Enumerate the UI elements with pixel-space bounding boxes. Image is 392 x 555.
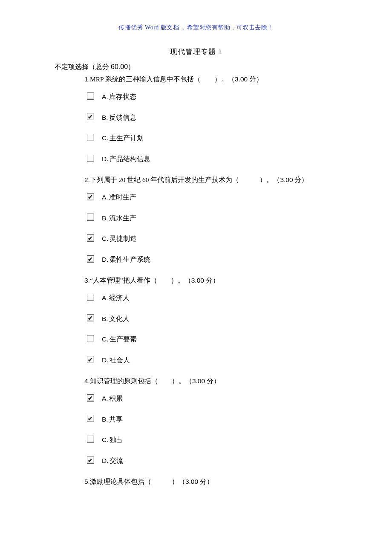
option-checkbox[interactable] [87,394,94,402]
section-title: 不定项选择（总分 60.00） [55,63,392,72]
option-checkbox[interactable] [87,234,94,242]
option-checkbox[interactable] [87,214,94,221]
question-text: 4.知识管理的原则包括（ ）。（3.00 分） [84,376,349,387]
option-checkbox[interactable] [87,113,94,120]
option-letter: C. [102,334,109,345]
question-number: 5. [84,478,90,485]
section-suffix: ） [128,63,135,70]
question-text: 3.“人本管理”把人看作（ ）。（3.00 分） [84,275,349,286]
option-checkbox[interactable] [87,356,94,363]
option-row: B. 反馈信息 [87,112,349,122]
question-block: 3.“人本管理”把人看作（ ）。（3.00 分）A. 经济人B. 文化人C. 生… [84,275,349,365]
question-block: 5.激励理论具体包括（ ）（3.00 分） [84,477,349,487]
option-letter: B. [102,113,108,123]
section-prefix: 不定项选择（总分 [55,63,111,70]
section-score: 60.00 [111,63,128,70]
option-letter: C. [102,133,109,144]
option-text: 产品结构信息 [110,154,150,165]
document-page: 传播优秀 Word 版文档 ，希望对您有帮助，可双击去除！ 现代管理专题 1 不… [0,0,392,515]
option-row: C. 主生产计划 [87,132,349,143]
question-block: 2.下列属于 20 世纪 60 年代前后开发的生产技术为（ ）。（3.00 分）… [84,175,349,264]
option-letter: A. [102,192,108,203]
option-letter: A. [102,293,108,304]
option-text: 独占 [110,435,123,445]
option-text: 共享 [109,414,123,425]
option-checkbox[interactable] [87,255,94,263]
option-text: 经济人 [109,293,130,304]
option-text: 交流 [110,456,123,466]
option-letter: C. [102,234,109,244]
question-text: 2.下列属于 20 世纪 60 年代前后开发的生产技术为（ ）。（3.00 分） [84,175,349,185]
document-title: 现代管理专题 1 [0,47,392,57]
question-stem: “人本管理”把人看作（ ）。（ [90,277,191,284]
question-points-suffix: 分） [248,75,263,83]
option-checkbox[interactable] [87,134,94,141]
option-letter: A. [102,92,108,102]
option-text: 柔性生产系统 [110,254,150,265]
question-number: 2. [84,176,90,183]
option-checkbox[interactable] [87,92,94,100]
option-checkbox[interactable] [87,415,94,422]
option-row: D. 交流 [87,455,349,465]
option-letter: A. [102,393,108,404]
option-letter: C. [102,435,109,445]
option-text: 灵捷制造 [110,234,137,244]
option-text: 积累 [109,393,123,404]
option-row: D. 产品结构信息 [87,153,349,164]
option-checkbox[interactable] [87,335,94,342]
question-points-suffix: 分） [204,277,219,284]
option-text: 主生产计划 [110,133,144,144]
option-text: 生产要素 [110,334,137,345]
option-row: A. 积累 [87,393,349,403]
option-row: D. 社会人 [87,354,349,365]
option-checkbox[interactable] [87,314,94,321]
option-text: 反馈信息 [109,113,136,123]
question-stem: MRP 系统的三种输入信息中不包括（ ）。（ [90,75,235,83]
option-row: C. 生产要素 [87,333,349,344]
questions-container: 1.MRP 系统的三种输入信息中不包括（ ）。（3.00 分）A. 库存状态B.… [0,74,392,487]
option-letter: B. [102,414,108,425]
header-note: 传播优秀 Word 版文档 ，希望对您有帮助，可双击去除！ [0,24,392,32]
option-checkbox[interactable] [87,294,94,301]
option-letter: D. [102,254,109,265]
option-row: A. 库存状态 [87,91,349,101]
option-letter: D. [102,355,109,366]
question-text: 5.激励理论具体包括（ ）（3.00 分） [84,477,349,487]
question-points: 3.00 [192,377,205,384]
option-checkbox[interactable] [87,436,94,443]
option-row: D. 柔性生产系统 [87,254,349,264]
question-points: 3.00 [235,75,248,83]
question-stem: 下列属于 20 世纪 60 年代前后开发的生产技术为（ ）。（ [90,176,280,183]
option-letter: B. [102,314,108,324]
option-row: B. 文化人 [87,313,349,324]
option-row: C. 独占 [87,434,349,445]
option-row: B. 共享 [87,413,349,424]
question-text: 1.MRP 系统的三种输入信息中不包括（ ）。（3.00 分） [84,74,349,85]
option-row: A. 经济人 [87,292,349,303]
option-checkbox[interactable] [87,193,94,200]
question-number: 1. [84,75,90,83]
question-points-suffix: 分） [205,377,220,384]
option-text: 准时生产 [109,192,136,203]
question-points-suffix: 分） [198,478,213,485]
option-text: 流水生产 [109,213,136,224]
question-number: 4. [84,377,90,384]
question-stem: 知识管理的原则包括（ ）。（ [90,377,192,384]
question-stem: 激励理论具体包括（ ）（ [90,478,185,485]
option-letter: B. [102,213,108,224]
option-text: 库存状态 [109,92,136,102]
option-checkbox[interactable] [87,457,94,464]
option-text: 文化人 [109,314,130,324]
option-text: 社会人 [110,355,130,366]
question-points: 3.00 [185,478,198,485]
question-points-suffix: 分） [293,176,308,183]
option-row: A. 准时生产 [87,191,349,202]
question-points: 3.00 [280,176,293,183]
option-checkbox[interactable] [87,155,94,162]
option-letter: D. [102,456,109,466]
option-row: C. 灵捷制造 [87,233,349,243]
question-points: 3.00 [191,277,204,284]
question-number: 3. [84,277,90,284]
option-letter: D. [102,154,109,165]
question-block: 1.MRP 系统的三种输入信息中不包括（ ）。（3.00 分）A. 库存状态B.… [84,74,349,164]
